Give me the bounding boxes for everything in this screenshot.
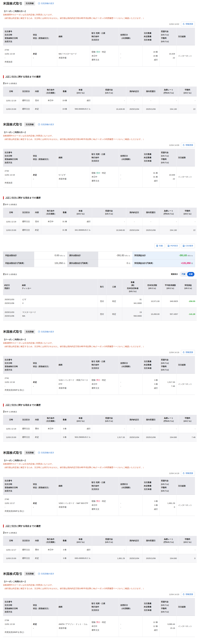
result-count: 2件中 1-2件表示 [3, 410, 195, 413]
order-id-cell: 2743 11/01 12:19 - 外貨決済 [3, 45, 32, 66]
realized-pl-value: -391.83USドル [163, 252, 195, 259]
csv-icon [183, 245, 184, 247]
refresh-button[interactable]: 情報更新 [181, 22, 195, 26]
currency-option-foreign[interactable]: 外貨 [187, 272, 194, 276]
updated-timestamp: 11/04 14:02 [169, 23, 179, 25]
help-link[interactable]: ?注文詳細の見方 [38, 330, 54, 333]
col-order-number: 注文番号 注文日時 逆指値執行日時 決済方法 [3, 28, 32, 45]
coupon-notice: 【クーポンご利用の方へ】 自動適用中のクーポンは注文約定後に利用済になります。 … [3, 580, 195, 590]
coupon-heading: 【クーポンご利用の方へ】 [3, 10, 195, 13]
col-qty-unit-price: 数量 (株) 売却/決済単価 (USドル) [122, 279, 143, 295]
loss-total-jpy-value: 0円 [98, 259, 132, 267]
refresh-button[interactable]: 情報更新 [181, 350, 195, 355]
order-margin-cell: - - [119, 45, 142, 66]
history-section-title: 上記ご注文に関する現在までの履歴 [3, 404, 195, 406]
coupon-line2: （値引額は約定後に確定するため、注文時には表示されません。値引額は国内約定日朝1… [3, 16, 195, 20]
side-label: 買付 [96, 500, 100, 502]
col-datetime: 日時 [3, 86, 19, 96]
history-row: 11/01 12:19通常注文売付本日中31 株成行----- [3, 217, 197, 226]
history-row: 11/03 23:30通常注文約定3 株503.29000USドル1,517.3… [3, 433, 197, 442]
history-row: 11/01 12:17通常注文買付本日中3 株成行----- [3, 546, 197, 554]
order-trade-cell: 現物売付・特定 本日中 通常注文 [90, 45, 119, 66]
col-fee: 手数料 (USドル) [178, 86, 197, 96]
pdf-button[interactable]: PDF表示 [166, 244, 180, 248]
side-label: 買付 [96, 379, 100, 381]
col-margin: 信用区分 （弁済期限） [119, 28, 142, 45]
result-count: 2件中 1-2件表示 [3, 203, 195, 206]
order-amount-cell: 10,428 22 [159, 45, 177, 66]
side-label: 買付 [96, 621, 100, 623]
refresh-label: 情報更新 [186, 23, 193, 25]
col-name-ticker: 銘柄 ティッカー [21, 279, 98, 295]
coupon-notice: 【クーポンご利用の方へ】 自動適用中のクーポンは注文約定後に利用済になります。 … [3, 10, 195, 20]
positions-count: 2件中 1-2件表示 [3, 273, 17, 276]
col-order-kind: 注文区分 [19, 86, 33, 96]
order-detail-badge: 注文詳細 [24, 1, 35, 6]
order-detail-badge: 注文詳細 [24, 330, 35, 334]
order-history-table: 日時注文区分内容執行条件 （注文期限）数量単価 (USドル)受渡代金 (USドル… [3, 208, 197, 234]
profit-total-value: 0.00USドル [34, 252, 67, 259]
col-domestic-settle-date: 国内受渡日 [143, 86, 159, 96]
col-sale-amount: 売却/決済額 (USドル) [143, 279, 161, 295]
print-icon [156, 245, 158, 247]
page-title: 米国株式取引 [3, 122, 23, 126]
position-row: 2025/11/03 2025/11/06 マスターカード MA 売付 特定 1… [3, 308, 197, 320]
currency-display-label: 通貨表示 [171, 273, 178, 275]
question-icon: ? [38, 573, 40, 575]
col-unit-price: 単価 (USドル) [69, 86, 92, 96]
question-icon: ? [38, 331, 40, 333]
history-row: 11/03 23:30通常注文約定31 株341.00000USドル10,549… [3, 226, 197, 234]
positions-table: 約定日 受渡日 銘柄 ティッカー 取引 口座 数量 (株) 売却/決済単価 (U… [3, 279, 197, 320]
refresh-icon [183, 594, 185, 595]
currency-option-jpy[interactable]: 円貨 [180, 272, 187, 276]
order-row: 2740 11/01 12:17 - 外貨決済(MMFを含む) 約定 - VOO… [3, 494, 195, 516]
refresh-button[interactable]: 情報更新 [181, 471, 195, 476]
refresh-button[interactable]: 情報更新 [181, 592, 195, 597]
history-section-title: 上記ご注文に関する現在までの履歴 [3, 524, 195, 528]
order-section-vug: 米国株式取引 注文詳細 ?注文詳細の見方 【クーポンご利用の方へ】 自動適用中の… [3, 330, 195, 442]
col-status: 状況 状況（逆指値注文） [32, 28, 57, 45]
print-button[interactable]: 印刷 [154, 244, 165, 248]
coupon-notice: 【クーポンご利用の方へ】 自動適用中のクーポンは注文約定後に利用済になります。 … [3, 338, 195, 348]
order-section-ma: 米国株式取引 注文詳細 ?注文詳細の見方 【クーポンご利用の方へ】 自動適用中の… [3, 1, 195, 113]
page-title: 米国株式取引 [3, 451, 23, 455]
order-section-v: 米国株式取引 注文詳細 ?注文詳細の見方 【クーポンご利用の方へ】 自動適用中の… [3, 122, 195, 234]
col-avg-cost: 平均取得価額 (USドル) [161, 279, 179, 295]
help-link[interactable]: ?注文詳細の見方 [38, 572, 54, 575]
help-link-label: 注文詳細の見方 [41, 2, 54, 5]
profit-total-label: 利益金額合計 [3, 252, 34, 259]
page-title: 米国株式取引 [3, 2, 23, 6]
question-icon: ? [38, 124, 40, 126]
pdf-icon [168, 245, 169, 247]
side-label: 売付 [96, 51, 100, 53]
red-bar [3, 75, 4, 78]
history-row: 11/01 12:19通常注文売付本日中19 株成行----- [3, 96, 197, 105]
help-link[interactable]: ?注文詳細の見方 [38, 123, 54, 126]
refresh-button[interactable]: 情報更新 [181, 143, 195, 148]
refresh-icon [183, 351, 185, 353]
order-detail-table: 注文番号 注文日時 逆指値執行日時 決済方法状況 状況（逆指値注文）銘柄取引 売… [3, 149, 195, 188]
result-count: 2件中 1-2件表示 [3, 531, 195, 534]
history-row: 11/03 23:30通常注文約定3 株630.43000USドル1,891.2… [3, 554, 197, 562]
coupon-notice: 【クーポンご利用の方へ】 自動適用中のクーポンは注文約定後に利用済になります。 … [3, 130, 195, 141]
csv-button[interactable]: CSV保存 [181, 244, 195, 248]
currency-toggle: 円貨 外貨 [179, 272, 195, 277]
col-route: 注文経路 [177, 28, 195, 45]
col-account: 口座 [106, 279, 122, 295]
order-section-voo: 米国株式取引 注文詳細 ?注文詳細の見方 【クーポンご利用の方へ】 自動適用中の… [3, 450, 195, 562]
result-count: 2件中 1-2件表示 [3, 82, 195, 85]
help-link[interactable]: ?注文詳細の見方 [38, 452, 54, 454]
help-link[interactable]: ?注文詳細の見方 [38, 2, 54, 5]
coupon-line1: 自動適用中のクーポンは注文約定後に利用済になります。 [3, 13, 195, 16]
updated-timestamp: 11/04 14:16 [169, 351, 179, 354]
order-row: 2739 11/01 12:16 - 外貨決済(MMFを含む) 約定 - AMZ… [3, 616, 195, 637]
realized-pl-jpy-label: 実現損益合計(円換算) [132, 259, 163, 267]
realized-pl-label: 実現損益合計 [132, 252, 163, 259]
col-symbol: 銘柄 [57, 28, 90, 45]
realized-pl-summary: 印刷 PDF表示 CSV保存 利益金額合計 0.00USドル 損失金額合計 -3… [3, 244, 195, 320]
refresh-icon [183, 472, 185, 474]
col-content: 内容 [33, 86, 41, 96]
col-realized-pl: 実現損益 (USドル) [179, 279, 197, 295]
order-row: 2741 11/01 12:18 - 外貨決済(MMFを含む) 約定 - VUG… [3, 374, 195, 395]
order-header-row: 注文番号 注文日時 逆指値執行日時 決済方法 状況 状況（逆指値注文） 銘柄 取… [3, 28, 195, 45]
